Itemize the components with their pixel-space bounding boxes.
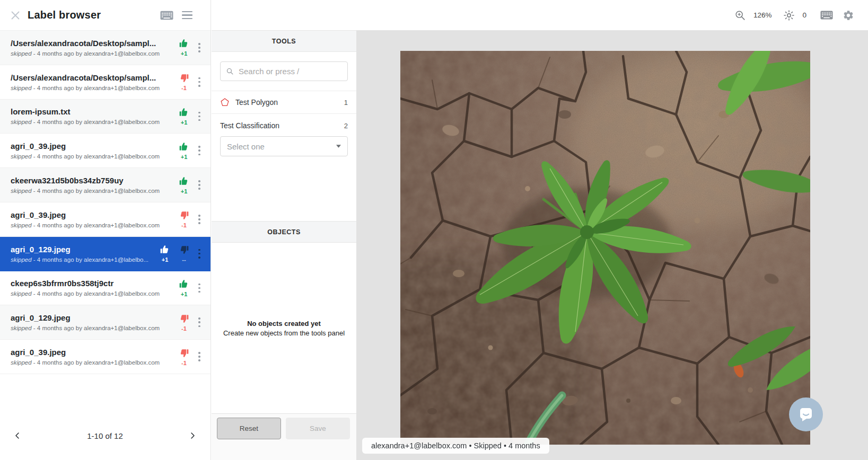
thumb-up-icon[interactable]: +1	[177, 279, 191, 297]
file-meta: skipped - 4 months ago by alexandra+1@la…	[11, 119, 174, 125]
viewer-toolbar: 126% 0	[356, 0, 868, 30]
chevron-down-icon	[336, 145, 341, 148]
more-options-icon[interactable]	[194, 110, 205, 123]
pentagon-icon	[220, 98, 230, 107]
file-meta: skipped - 4 months ago by alexandra+1@la…	[11, 359, 174, 366]
objects-empty-title: No objects created yet	[247, 320, 321, 328]
panel-footer: Reset Save	[212, 413, 356, 460]
objects-header: OBJECTS	[212, 221, 356, 243]
panel-header: Label browser	[0, 0, 211, 30]
chat-button[interactable]	[789, 397, 823, 431]
file-name: /Users/alexandracota/Desktop/sampl...	[11, 73, 174, 82]
classification-label: Test Classification	[220, 121, 279, 130]
thumb-down-icon[interactable]: -1	[177, 210, 191, 228]
prev-page-icon[interactable]	[11, 429, 24, 443]
file-meta: skipped - 4 months ago by alexandra+1@la…	[11, 222, 174, 228]
close-icon[interactable]	[8, 8, 22, 22]
search-input[interactable]	[220, 61, 348, 81]
thumb-up-icon[interactable]: +1	[177, 107, 191, 126]
viewer: 126% 0	[356, 0, 868, 460]
thumb-down-icon[interactable]: -1	[177, 348, 191, 366]
list-item[interactable]: /Users/alexandracota/Desktop/sampl... sk…	[0, 31, 211, 65]
file-meta: skipped - 4 months ago by alexandra+1@la…	[11, 85, 174, 91]
keyboard-shortcuts-icon[interactable]	[160, 11, 173, 20]
more-options-icon[interactable]	[194, 247, 205, 261]
panel-spacer	[212, 169, 356, 221]
thumb-up-icon[interactable]: +1	[157, 244, 172, 263]
file-name: agri_0_39.jpeg	[11, 210, 174, 219]
vote-group: -1	[177, 348, 191, 366]
list-item[interactable]: agri_0_129.jpeg skipped - 4 months ago b…	[0, 237, 211, 271]
brightness-icon[interactable]	[783, 10, 795, 21]
classification-select[interactable]: Select one	[220, 136, 348, 156]
list-item[interactable]: ckeep6s3bfrmr0bs358tj9ctr skipped - 4 mo…	[0, 271, 211, 306]
more-options-icon[interactable]	[194, 350, 205, 364]
tools-search	[212, 52, 356, 91]
select-placeholder: Select one	[227, 142, 265, 151]
vote-group: +1	[177, 279, 191, 297]
file-name: ckeep6s3bfrmr0bs358tj9ctr	[11, 279, 174, 288]
vote-group: +1--	[157, 244, 191, 263]
file-meta: skipped - 4 months ago by alexandra+1@la…	[11, 50, 174, 57]
more-options-icon[interactable]	[194, 41, 205, 55]
more-options-icon[interactable]	[194, 144, 205, 157]
thumb-up-icon[interactable]: +1	[177, 38, 191, 57]
list-item[interactable]: /Users/alexandracota/Desktop/sampl... sk…	[0, 65, 211, 100]
vote-group: +1	[177, 38, 191, 57]
more-options-icon[interactable]	[194, 178, 205, 192]
file-name: agri_0_39.jpeg	[11, 141, 174, 151]
thumb-down-icon[interactable]: --	[177, 244, 191, 263]
asset-image[interactable]	[400, 51, 810, 445]
file-meta: skipped - 4 months ago by alexandra+1@la…	[11, 188, 174, 194]
tool-item-polygon[interactable]: Test Polygon 1	[212, 91, 356, 114]
save-button[interactable]: Save	[286, 418, 350, 439]
label-browser-app: Label browser /Users/alexandracota/Deskt…	[0, 0, 868, 460]
classification-block: Test Classification 2 Select one	[212, 114, 356, 169]
tools-panel: TOOLS Test Polygon 1 Test Classification…	[212, 30, 356, 460]
thumb-down-icon[interactable]: -1	[177, 73, 191, 91]
thumb-down-icon[interactable]: -1	[177, 313, 191, 332]
more-options-icon[interactable]	[194, 75, 205, 89]
vote-group: +1	[177, 176, 191, 194]
more-options-icon[interactable]	[194, 213, 205, 226]
more-options-icon[interactable]	[194, 281, 205, 295]
keyboard-shortcuts-icon[interactable]	[820, 11, 833, 20]
list-item[interactable]: lorem-ipsum.txt skipped - 4 months ago b…	[0, 100, 211, 134]
vote-group: +1	[177, 107, 191, 126]
zoom-in-icon[interactable]	[734, 10, 746, 21]
search-icon	[225, 67, 234, 76]
page-title: Label browser	[28, 9, 101, 21]
menu-icon[interactable]	[182, 11, 192, 20]
next-page-icon[interactable]	[186, 429, 199, 443]
tools-header: TOOLS	[212, 30, 356, 52]
vote-group: -1	[177, 210, 191, 228]
thumb-up-icon[interactable]: +1	[177, 141, 191, 160]
vote-group: +1	[177, 141, 191, 160]
file-name: /Users/alexandracota/Desktop/sampl...	[11, 39, 174, 48]
pagination: 1-10 of 12	[0, 419, 210, 460]
file-name: agri_0_129.jpeg	[11, 313, 174, 322]
list-item[interactable]: ckeerwa321d5b0bs34zb759uy skipped - 4 mo…	[0, 168, 211, 202]
file-meta: skipped - 4 months ago by alexandra+1@la…	[11, 256, 155, 263]
list-item[interactable]: agri_0_129.jpeg skipped - 4 months ago b…	[0, 305, 211, 340]
file-name: lorem-ipsum.txt	[11, 107, 174, 116]
list-item[interactable]: agri_0_39.jpeg skipped - 4 months ago by…	[0, 202, 211, 237]
reset-button[interactable]: Reset	[217, 418, 281, 439]
status-badge: alexandra+1@labelbox.com • Skipped • 4 m…	[362, 438, 549, 454]
image-canvas[interactable]: alexandra+1@labelbox.com • Skipped • 4 m…	[356, 30, 868, 460]
list-item[interactable]: agri_0_39.jpeg skipped - 4 months ago by…	[0, 340, 211, 374]
more-options-icon[interactable]	[194, 315, 205, 329]
file-name: agri_0_39.jpeg	[11, 348, 174, 357]
file-meta: skipped - 4 months ago by alexandra+1@la…	[11, 153, 174, 160]
gear-icon[interactable]	[843, 10, 854, 21]
classification-count: 2	[344, 122, 348, 130]
tool-label: Test Polygon	[235, 98, 278, 107]
chat-bubble-icon	[797, 406, 814, 423]
thumb-up-icon[interactable]: +1	[177, 176, 191, 194]
vote-group: -1	[177, 73, 191, 91]
objects-empty-subtitle: Create new objects from the tools panel	[223, 329, 345, 337]
vote-group: -1	[177, 313, 191, 332]
list-item[interactable]: agri_0_39.jpeg skipped - 4 months ago by…	[0, 134, 211, 168]
zoom-level: 126%	[753, 11, 772, 19]
tool-shortcut-count: 1	[344, 99, 348, 107]
